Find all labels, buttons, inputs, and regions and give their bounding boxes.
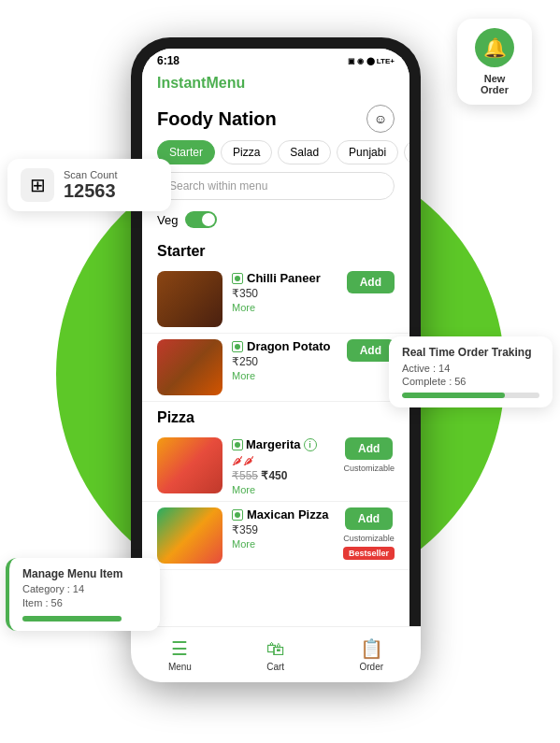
section-pizza: Pizza [142, 402, 409, 432]
item-price: ₹250 [232, 355, 337, 368]
logo-plain: Instant [157, 75, 206, 91]
status-time: 6:18 [157, 54, 179, 67]
add-button[interactable]: Add [347, 271, 395, 293]
item-name: Margerita [246, 437, 301, 451]
restaurant-name: Foody Nation [157, 108, 277, 130]
status-bar: 6:18 ▣ ◉ ⬤ LTE+ [142, 49, 409, 71]
menu-item-dragon-potato: Dragon Potato ₹250 More Add [142, 334, 409, 402]
menu-content: Starter Chilli Paneer ₹350 More Add [142, 236, 409, 671]
nav-order[interactable]: 📋 Order [360, 637, 384, 671]
logo-accent: Menu [206, 75, 245, 91]
new-order-overlay[interactable]: 🔔 New Order [457, 19, 532, 105]
manage-item: Item : 56 [22, 597, 147, 608]
add-button[interactable]: Add [345, 507, 393, 530]
phone-shell: 6:18 ▣ ◉ ⬤ LTE+ InstantMenu Foody Nation… [131, 37, 421, 682]
item-action: Add [347, 339, 395, 362]
veg-indicator [232, 439, 243, 450]
veg-toggle[interactable] [185, 211, 217, 228]
scan-count-overlay: ⊞ Scan Count 12563 [7, 159, 171, 211]
item-name: Maxican Pizza [247, 507, 328, 522]
menu-icon: ☰ [171, 637, 188, 660]
item-action: Add Customizable [343, 437, 395, 473]
item-image-maxican [157, 507, 223, 564]
realtime-title: Real Time Order Traking [402, 346, 539, 359]
app-logo: InstantMenu [157, 75, 395, 92]
nav-menu[interactable]: ☰ Menu [168, 637, 192, 671]
veg-row: Veg [142, 207, 409, 236]
order-icon: 📋 [360, 637, 383, 660]
item-more[interactable]: More [232, 302, 337, 313]
item-price: ₹350 [232, 287, 337, 300]
realtime-active: Active : 14 [402, 363, 539, 374]
scan-label: Scan Count [64, 169, 117, 180]
nav-menu-label: Menu [168, 662, 192, 671]
veg-label: Veg [157, 213, 178, 227]
tab-salad[interactable]: Salad [278, 140, 331, 164]
nav-order-label: Order [360, 662, 384, 671]
item-details-dragon: Dragon Potato ₹250 More [232, 339, 337, 381]
search-placeholder: Search within menu [169, 179, 267, 193]
item-details-maxican: Maxican Pizza ₹359 More [232, 507, 334, 550]
item-more[interactable]: More [232, 484, 334, 495]
item-details-margerita: Margerita i 🌶🌶 ₹555 ₹450 More [232, 437, 334, 495]
item-price: ₹359 [232, 523, 334, 536]
realtime-complete: Complete : 56 [402, 376, 539, 387]
section-starter: Starter [142, 236, 409, 265]
phone-screen: 6:18 ▣ ◉ ⬤ LTE+ InstantMenu Foody Nation… [142, 49, 409, 671]
restaurant-header: Foody Nation ☺ [142, 99, 409, 140]
item-image-dragon [157, 339, 223, 395]
price-discounted: ₹450 [261, 469, 287, 482]
item-more[interactable]: More [232, 538, 334, 550]
scan-icon: ⊞ [21, 168, 54, 202]
realtime-progress-fill [402, 393, 505, 398]
veg-indicator [232, 273, 243, 284]
search-bar[interactable]: Search within menu [157, 172, 395, 200]
cart-icon: 🛍 [266, 638, 285, 660]
menu-item-maxican: Maxican Pizza ₹359 More Add Customizable… [142, 502, 409, 570]
emoji-button[interactable]: ☺ [366, 105, 395, 133]
realtime-progress-bar [402, 393, 539, 398]
nav-cart[interactable]: 🛍 Cart [266, 638, 285, 672]
price-original: ₹555 [232, 469, 258, 482]
bestseller-badge: Bestseller [343, 547, 395, 560]
nav-cart-label: Cart [266, 662, 284, 672]
status-icons: ▣ ◉ ⬤ LTE+ [348, 57, 395, 65]
tab-pizza[interactable]: Pizza [221, 140, 272, 164]
manage-title: Manage Menu Item [22, 567, 147, 580]
category-tabs: Starter Pizza Salad Punjabi D [142, 140, 409, 172]
menu-item-margerita: Margerita i 🌶🌶 ₹555 ₹450 More Add Custom… [142, 432, 409, 502]
item-more[interactable]: More [232, 370, 337, 381]
tab-d[interactable]: D [404, 140, 409, 164]
spicy-icon: 🌶🌶 [232, 454, 254, 467]
item-image-margerita [157, 437, 223, 493]
veg-indicator [232, 509, 243, 521]
item-action: Add Customizable Bestseller [343, 507, 395, 560]
realtime-order-overlay: Real Time Order Traking Active : 14 Comp… [389, 336, 553, 407]
item-image-chilli [157, 271, 223, 327]
bottom-nav: ☰ Menu 🛍 Cart 📋 Order [142, 626, 409, 671]
menu-item-chilli-paneer: Chilli Paneer ₹350 More Add [142, 265, 409, 334]
manage-progress-bar [22, 616, 122, 622]
scan-info: Scan Count 12563 [64, 169, 117, 202]
item-name: Dragon Potato [247, 339, 331, 353]
customizable-label: Customizable [343, 464, 395, 473]
scan-count-value: 12563 [64, 180, 117, 202]
add-button[interactable]: Add [347, 339, 395, 362]
new-order-label: New Order [470, 73, 519, 95]
customizable-label: Customizable [343, 534, 395, 543]
manage-menu-overlay: Manage Menu Item Category : 14 Item : 56 [6, 558, 160, 631]
item-price: ₹555 ₹450 [232, 469, 334, 482]
app-header: InstantMenu [142, 71, 409, 99]
tab-punjabi[interactable]: Punjabi [337, 140, 398, 164]
item-details-chilli: Chilli Paneer ₹350 More [232, 271, 337, 313]
bell-icon: 🔔 [475, 28, 514, 67]
add-button[interactable]: Add [345, 437, 393, 460]
item-name: Chilli Paneer [247, 271, 321, 285]
info-icon[interactable]: i [304, 438, 317, 451]
veg-indicator [232, 341, 243, 352]
item-action: Add [347, 271, 395, 293]
manage-category: Category : 14 [22, 583, 147, 594]
